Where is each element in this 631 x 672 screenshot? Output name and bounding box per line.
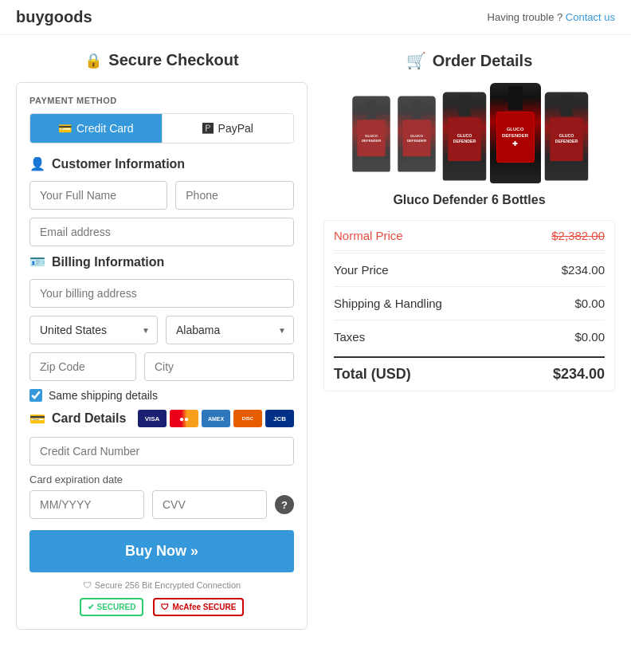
cart-icon: 🛒 (406, 51, 426, 70)
your-price-row: Your Price $234.00 (334, 255, 605, 285)
taxes-row: Taxes $0.00 (334, 322, 605, 352)
cvv-input[interactable] (152, 490, 267, 519)
person-icon: 👤 (29, 156, 45, 171)
product-image: GLUCODEFENDER GLUCODEFENDER (323, 83, 615, 183)
card-details-title: 💳 Card Details (29, 411, 126, 426)
tab-paypal[interactable]: 🅿 PayPal (162, 114, 294, 143)
expiry-cvv-row: ? (29, 490, 294, 519)
billing-icon: 🪪 (29, 254, 45, 269)
state-select[interactable]: Alabama Alaska Arizona California New Yo… (166, 316, 294, 344)
mcafee-badge: 🛡 McAfee SECURE (153, 598, 244, 616)
city-input[interactable] (144, 352, 294, 381)
secured-badge-icon: ✔ (88, 603, 94, 611)
taxes-value: $0.00 (574, 330, 605, 344)
amex-icon: AMEX (202, 410, 230, 427)
zip-input[interactable] (29, 352, 136, 381)
normal-price-value: $2,382.00 (551, 229, 605, 242)
logo: buygoods (16, 8, 92, 26)
paypal-icon: 🅿 (202, 122, 214, 135)
address-row (29, 279, 294, 308)
zip-city-row (29, 352, 294, 381)
help-text: Having trouble ? Contact us (488, 11, 615, 23)
your-price-label: Your Price (334, 263, 389, 277)
your-price-value: $234.00 (562, 263, 605, 277)
visa-icon: VISA (138, 410, 167, 427)
credit-card-icon: 💳 (58, 122, 72, 135)
customer-info-title: 👤 Customer Information (29, 156, 294, 171)
billing-info-title: 🪪 Billing Information (29, 254, 294, 269)
card-icon: 💳 (29, 411, 45, 426)
state-select-wrap: Alabama Alaska Arizona California New Yo… (166, 316, 294, 344)
payment-method-label: PAYMENT METHOD (29, 96, 294, 105)
name-phone-row (29, 181, 294, 210)
normal-price-row: Normal Price $2,382.00 (334, 221, 605, 251)
mcafee-icon: 🛡 (161, 603, 169, 611)
email-input[interactable] (29, 218, 294, 246)
buy-now-button[interactable]: Buy Now » (29, 530, 294, 572)
card-details-header: 💳 Card Details VISA ●● AMEX DISC JCB (29, 410, 294, 427)
card-icons: VISA ●● AMEX DISC JCB (138, 410, 294, 427)
trust-badges: ✔ SECURED 🛡 McAfee SECURE (29, 598, 294, 616)
total-row: Total (USD) $234.00 (334, 356, 605, 391)
total-label: Total (USD) (334, 366, 411, 383)
same-shipping-row: Same shipping details (29, 389, 294, 402)
checkout-title: 🔒 Secure Checkout (16, 51, 308, 69)
full-name-input[interactable] (29, 181, 167, 210)
cvv-help-button[interactable]: ? (275, 495, 294, 514)
main-container: 🔒 Secure Checkout PAYMENT METHOD 💳 Credi… (0, 35, 631, 646)
discover-icon: DISC (233, 410, 262, 427)
country-select-wrap: United States Canada United Kingdom (29, 316, 158, 344)
country-state-row: United States Canada United Kingdom Alab… (29, 316, 294, 344)
shield-icon: 🛡 (83, 580, 92, 590)
same-shipping-checkbox[interactable] (29, 389, 42, 402)
shipping-row: Shipping & Handling $0.00 (334, 289, 605, 318)
jcb-icon: JCB (265, 410, 294, 427)
price-breakdown: Normal Price $2,382.00 Your Price $234.0… (323, 220, 615, 391)
country-select[interactable]: United States Canada United Kingdom (29, 316, 158, 344)
secured-badge: ✔ SECURED (80, 598, 144, 616)
top-bar: buygoods Having trouble ? Contact us (0, 0, 631, 35)
normal-price-label: Normal Price (334, 229, 403, 242)
contact-link[interactable]: Contact us (566, 11, 615, 23)
mastercard-icon: ●● (170, 410, 198, 427)
shipping-label: Shipping & Handling (334, 297, 442, 310)
order-title: 🛒 Order Details (323, 51, 615, 70)
right-panel: 🛒 Order Details GLUCODEFENDER (323, 51, 615, 630)
phone-input[interactable] (175, 181, 294, 210)
checkout-box: PAYMENT METHOD 💳 Credit Card 🅿 PayPal 👤 … (16, 82, 308, 630)
card-number-row (29, 437, 294, 466)
shipping-value: $0.00 (574, 297, 605, 310)
payment-tabs: 💳 Credit Card 🅿 PayPal (29, 113, 294, 143)
lock-icon: 🔒 (84, 52, 102, 69)
same-shipping-label: Same shipping details (49, 389, 158, 402)
logo-text: buygoods (16, 8, 92, 26)
email-row (29, 218, 294, 246)
taxes-label: Taxes (334, 330, 365, 344)
total-value: $234.00 (553, 366, 605, 383)
left-panel: 🔒 Secure Checkout PAYMENT METHOD 💳 Credi… (16, 51, 308, 630)
tab-credit-card[interactable]: 💳 Credit Card (30, 114, 162, 143)
product-name: Gluco Defender 6 Bottles (323, 193, 615, 207)
card-number-input[interactable] (29, 437, 294, 466)
secure-text: 🛡 Secure 256 Bit Encrypted Connection (29, 580, 294, 590)
billing-address-input[interactable] (29, 279, 294, 308)
expiry-label: Card expiration date (29, 474, 294, 485)
expiry-input[interactable] (29, 490, 144, 519)
